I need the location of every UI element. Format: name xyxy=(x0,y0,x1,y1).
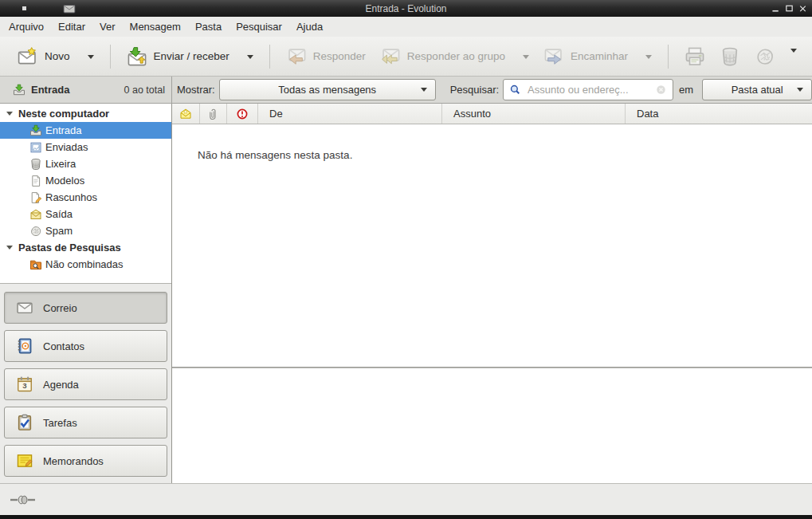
folder-item-label: Entrada xyxy=(45,124,82,136)
window-menu-dot[interactable] xyxy=(22,6,26,10)
statusbar xyxy=(0,483,812,515)
column-header-assunto[interactable]: Assunto xyxy=(442,104,626,124)
folder-item-lixeira[interactable]: Lixeira xyxy=(0,155,171,172)
reply-button[interactable]: Responder xyxy=(279,42,373,71)
menu-pasta[interactable]: Pasta xyxy=(188,18,229,36)
forward-button-label: Encaminhar xyxy=(571,50,628,62)
preview-pane xyxy=(172,368,812,483)
folder-item-label: Saída xyxy=(45,208,73,220)
tree-section-header[interactable]: Neste computador xyxy=(0,105,171,122)
folder-item-label: Não combinadas xyxy=(45,258,124,270)
scope-dropdown[interactable]: Pasta atual xyxy=(702,79,812,100)
folder-filter-bar: Entrada 0 ao total Mostrar: Todas as men… xyxy=(0,77,812,104)
menu-arquivo[interactable]: Arquivo xyxy=(2,18,51,36)
switcher-tarefas[interactable]: Tarefas xyxy=(4,407,167,438)
switcher-memorandos[interactable]: Memorandos xyxy=(4,445,167,477)
forward-button[interactable]: Encaminhar xyxy=(536,42,659,71)
folder-item-entrada[interactable]: Entrada xyxy=(0,122,171,139)
folder-item-enviadas[interactable]: Enviadas xyxy=(0,139,171,155)
folder-item-label: Spam xyxy=(45,225,73,237)
chevron-down-icon xyxy=(797,88,803,95)
switcher-correio[interactable]: Correio xyxy=(4,292,167,324)
sent-icon xyxy=(29,141,42,154)
expander-icon[interactable] xyxy=(6,246,13,250)
show-filter-dropdown[interactable]: Todas as mensagens xyxy=(219,79,436,100)
toolbar-separator xyxy=(269,45,270,69)
close-button[interactable] xyxy=(798,3,808,14)
message-list-header: DeAssuntoData xyxy=(172,104,812,124)
menu-pesquisar[interactable]: Pesquisar xyxy=(229,18,289,36)
menu-ajuda[interactable]: Ajuda xyxy=(289,18,330,36)
reply-icon xyxy=(286,46,307,67)
folder-item-label: Rascunhos xyxy=(45,191,97,203)
folder-header: Entrada 0 ao total xyxy=(0,77,172,103)
status-icon xyxy=(179,108,192,120)
window-controls xyxy=(771,3,812,14)
new-mail-icon xyxy=(18,46,38,67)
menu-ver[interactable]: Ver xyxy=(92,18,123,36)
trash-icon xyxy=(29,158,42,171)
filter-area: Mostrar: Todas as mensagens Pesquisar: e… xyxy=(172,77,812,103)
show-label: Mostrar: xyxy=(177,84,215,96)
search-field[interactable] xyxy=(503,79,673,100)
folder-title: Entrada xyxy=(31,84,69,96)
folder-item-spam[interactable]: Spam xyxy=(0,222,171,239)
delete-button[interactable] xyxy=(712,42,747,71)
search-folder-icon xyxy=(29,258,42,271)
clear-search-icon[interactable] xyxy=(655,84,667,96)
column-header-label: Assunto xyxy=(453,108,491,120)
new-button-label: Novo xyxy=(45,50,70,62)
inbox-icon xyxy=(13,84,25,96)
switcher-agenda[interactable]: 3Agenda xyxy=(4,368,167,400)
new-button[interactable]: Novo xyxy=(10,42,101,71)
message-list[interactable]: Não há mensagens nesta pasta. xyxy=(172,124,812,367)
chevron-down-icon[interactable] xyxy=(247,55,253,62)
send-receive-label: Enviar / receber xyxy=(154,50,229,62)
column-attachment[interactable] xyxy=(200,104,227,124)
column-header-data[interactable]: Data xyxy=(626,104,812,124)
calendar-icon: 3 xyxy=(16,375,33,393)
folder-item-naocombinadas[interactable]: Não combinadas xyxy=(0,256,171,273)
folder-tree: Neste computadorEntradaEnviadasLixeiraMo… xyxy=(0,104,171,284)
spam-icon xyxy=(29,225,42,238)
tree-section-label: Neste computador xyxy=(18,108,109,120)
maximize-button[interactable] xyxy=(784,3,794,14)
scope-value: Pasta atual xyxy=(732,84,783,96)
chevron-down-icon[interactable] xyxy=(523,55,529,62)
main-area: Neste computadorEntradaEnviadasLixeiraMo… xyxy=(0,104,812,483)
desktop-strip xyxy=(0,515,812,519)
folder-item-modelos[interactable]: Modelos xyxy=(0,172,171,189)
titlebar: Entrada - Evolution xyxy=(0,0,812,17)
column-status[interactable] xyxy=(172,104,200,124)
print-button[interactable] xyxy=(677,42,712,71)
search-input[interactable] xyxy=(526,83,650,96)
app-icon xyxy=(63,2,76,15)
toolbar-separator xyxy=(110,45,111,69)
reply-group-button[interactable]: Responder ao grupo xyxy=(373,42,536,71)
expander-icon[interactable] xyxy=(6,112,13,116)
reply-button-label: Responder xyxy=(313,50,366,62)
view-switcher: CorreioContatos3AgendaTarefasMemorandos xyxy=(0,284,171,483)
tree-section-header[interactable]: Pastas de Pesquisas xyxy=(0,239,171,256)
folder-item-rascunhos[interactable]: Rascunhos xyxy=(0,189,171,206)
menu-mensagem[interactable]: Mensagem xyxy=(123,18,188,36)
toolbar-overflow-button[interactable] xyxy=(786,47,802,65)
switcher-label: Memorandos xyxy=(43,455,104,467)
switcher-contatos[interactable]: Contatos xyxy=(4,330,167,362)
memos-icon xyxy=(16,452,33,470)
send-receive-button[interactable]: Enviar / receber xyxy=(120,42,261,71)
folder-item-saida[interactable]: Saída xyxy=(0,206,171,222)
chevron-down-icon[interactable] xyxy=(645,55,652,62)
scope-label: em xyxy=(679,84,693,96)
column-header-de[interactable]: De xyxy=(258,104,442,124)
chevron-down-icon xyxy=(421,88,427,95)
priority-icon xyxy=(236,108,249,120)
online-status-icon[interactable] xyxy=(10,493,36,506)
folder-item-label: Lixeira xyxy=(45,158,76,170)
column-priority[interactable] xyxy=(227,104,258,124)
column-header-label: Data xyxy=(637,108,658,120)
chevron-down-icon[interactable] xyxy=(88,55,94,62)
junk-button[interactable] xyxy=(747,42,783,71)
menu-editar[interactable]: Editar xyxy=(51,18,92,36)
minimize-button[interactable] xyxy=(771,3,781,14)
